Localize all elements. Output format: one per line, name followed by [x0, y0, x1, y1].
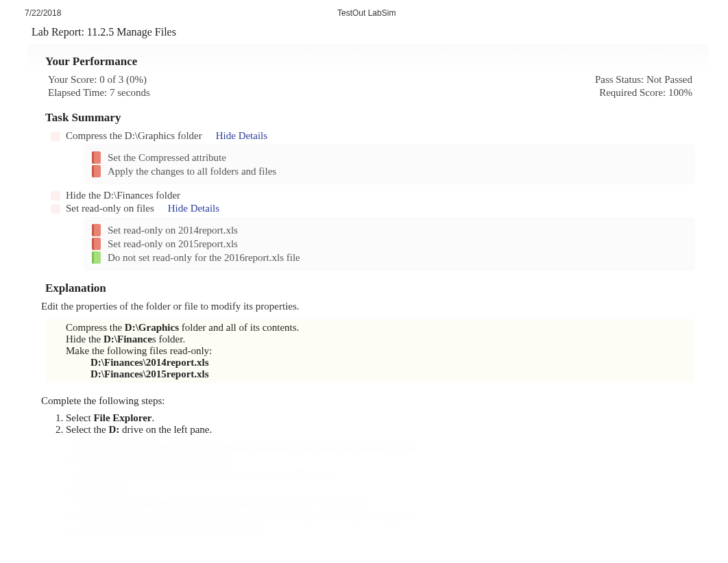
fail-icon [92, 224, 101, 236]
detail-text: Set the Compressed attribute [108, 152, 226, 164]
step-item: Select the D: drive on the left pane. [66, 424, 695, 436]
status-icon [51, 204, 60, 214]
task-row: Set read-only on files Hide Details [51, 203, 695, 214]
task-label: Set read-only on files [66, 203, 154, 214]
score-label: Your Score: 0 of 3 (0%) [48, 74, 147, 86]
elapsed-time: Elapsed Time: 7 seconds [48, 87, 150, 99]
pass-status: Pass Status: Not Passed [595, 74, 692, 86]
fail-icon [92, 151, 101, 164]
hide-details-link[interactable]: Hide Details [216, 130, 267, 142]
explain-line: Make the following files read-only: [66, 345, 695, 357]
detail-item: Apply the changes to all folders and fil… [92, 165, 687, 177]
hide-details-link[interactable]: Hide Details [168, 203, 219, 214]
task-row: Hide the D:\Finances folder [51, 190, 695, 201]
task-label: Compress the D:\Graphics folder [66, 130, 202, 142]
header-date: 7/22/2018 [25, 8, 61, 18]
faded-line: 4. Select Advanced on the General tab. [70, 453, 695, 467]
explain-sub: D:\Finances\2014report.xls [90, 357, 695, 368]
required-score: Required Score: 100% [599, 87, 692, 99]
explanation-heading: Explanation [45, 282, 695, 295]
fail-icon [92, 238, 101, 250]
status-icon [51, 132, 60, 141]
explanation-block: Compress the D:\Graphics folder and all … [45, 319, 695, 383]
task-label: Hide the D:\Finances folder [66, 190, 180, 201]
detail-text: Set read-only on 2014report.xls [108, 225, 238, 236]
steps-intro: Complete the following steps: [41, 395, 695, 407]
task-row: Compress the D:\Graphics folder Hide Det… [51, 130, 695, 142]
faded-line: 6. Select OK. [70, 481, 695, 495]
faded-line: 5. Select Compress contents to save disk… [70, 468, 695, 481]
faded-line: 9. Select Hidden on the General tab; sel… [70, 523, 695, 537]
detail-item: Set read-only on 2015report.xls [92, 238, 687, 250]
detail-item: Set the Compressed attribute [92, 151, 687, 164]
performance-heading: Your Performance [45, 55, 695, 68]
steps-list: Select File Explorer. Select the D: driv… [66, 412, 695, 436]
explain-line: Hide the D:\Finances folder. [66, 334, 695, 345]
detail-text: Apply the changes to all folders and fil… [108, 166, 276, 177]
faded-line: 3. To compress the Graphics folder, righ… [70, 440, 695, 453]
faded-line: 7. Select "Apply changes to this folder,… [70, 495, 695, 509]
faded-steps: 3. To compress the Graphics folder, righ… [70, 440, 695, 537]
explanation-intro: Edit the properties of the folder or fil… [41, 301, 695, 312]
fail-icon [92, 165, 101, 177]
detail-text: Set read-only on 2015report.xls [108, 238, 238, 250]
detail-item: Do not set read-only for the 2016report.… [92, 251, 687, 264]
task-summary-heading: Task Summary [45, 111, 695, 125]
header-app-name: TestOut LabSim [61, 8, 631, 18]
status-icon [51, 191, 60, 201]
explain-line: Compress the D:\Graphics folder and all … [66, 322, 695, 334]
lab-report-title: Lab Report: 11.2.5 Manage Files [32, 26, 728, 38]
faded-line: 8. To hide a folder, right-click the Fin… [70, 509, 695, 523]
detail-text: Do not set read-only for the 2016report.… [108, 252, 300, 264]
detail-item: Set read-only on 2014report.xls [92, 224, 687, 236]
pass-icon [92, 251, 101, 264]
task-details: Set read-only on 2014report.xls Set read… [84, 217, 695, 271]
step-item: Select File Explorer. [66, 412, 695, 424]
explain-sub: D:\Finances\2015report.xls [90, 368, 695, 380]
task-details: Set the Compressed attribute Apply the c… [84, 145, 695, 184]
report-card: Your Performance Your Score: 0 of 3 (0%)… [27, 44, 709, 551]
